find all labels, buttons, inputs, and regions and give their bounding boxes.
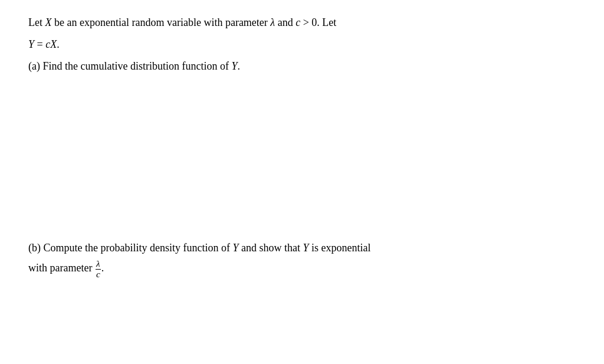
part-a: (a) Find the cumulative distribution fun… [28, 58, 576, 75]
text-and: and [275, 17, 296, 28]
part-b-and-show: and show that [238, 242, 303, 254]
part-a-Y: Y [231, 60, 237, 72]
part-b-Y2: Y [303, 242, 308, 254]
expr-cX: cX [45, 38, 57, 50]
intro-line1: Let X be an exponential random variable … [28, 14, 576, 31]
text-let: Let [28, 17, 45, 28]
part-b-line1: (b) Compute the probability density func… [28, 240, 576, 257]
text-period: . [57, 38, 60, 50]
text-be-an-exponential: be an exponential random variable with p… [52, 17, 271, 28]
part-b-period: . [101, 263, 104, 274]
var-X: X [45, 17, 52, 28]
part-b-Y: Y [232, 242, 238, 254]
text-gt0: > 0. Let [300, 17, 336, 28]
part-b-line2: with parameter λ c . [28, 259, 576, 280]
fraction-numerator: λ [96, 259, 101, 270]
var-lambda: λ [270, 17, 275, 28]
part-b-is-exponential: is exponential [308, 242, 370, 254]
var-c: c [296, 17, 300, 28]
part-a-label: (a) [28, 60, 40, 72]
with-parameter-text: with parameter [28, 263, 95, 274]
main-content: Let X be an exponential random variable … [28, 14, 576, 280]
text-equals: = [34, 38, 45, 50]
intro-line2: Y = cX. [28, 36, 576, 53]
part-b-label: (b) [28, 242, 41, 254]
fraction-lambda-over-c: λ c [96, 259, 101, 280]
part-a-text: Find the cumulative distribution functio… [40, 60, 231, 72]
var-Y: Y [28, 38, 34, 50]
fraction-denominator: c [96, 270, 101, 280]
part-a-period: . [237, 60, 240, 72]
part-b-text: Compute the probability density function… [41, 242, 232, 254]
